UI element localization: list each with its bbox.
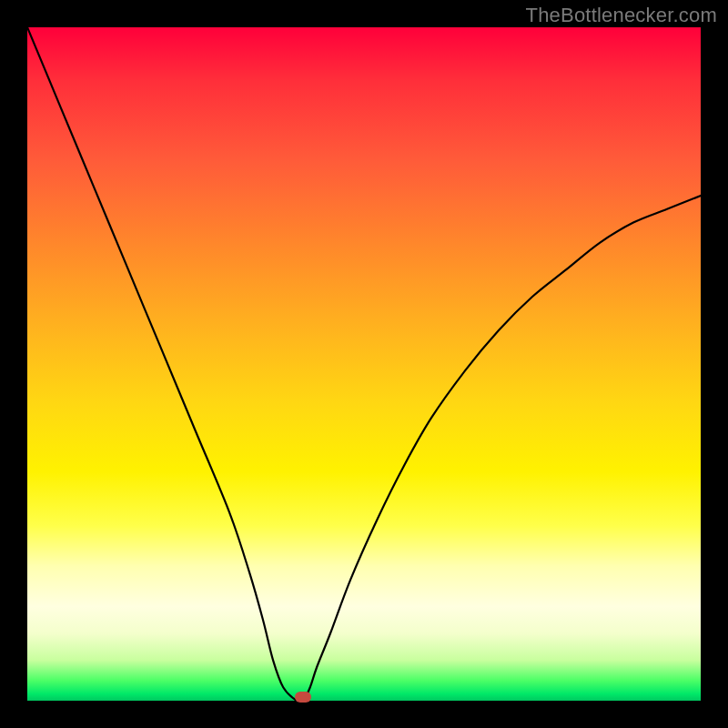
curve-svg xyxy=(27,27,701,701)
bottleneck-curve xyxy=(27,27,701,701)
chart-frame: TheBottlenecker.com xyxy=(0,0,728,728)
plot-area xyxy=(27,27,701,701)
watermark-text: TheBottlenecker.com xyxy=(526,4,717,27)
optimal-point-marker xyxy=(295,692,311,703)
